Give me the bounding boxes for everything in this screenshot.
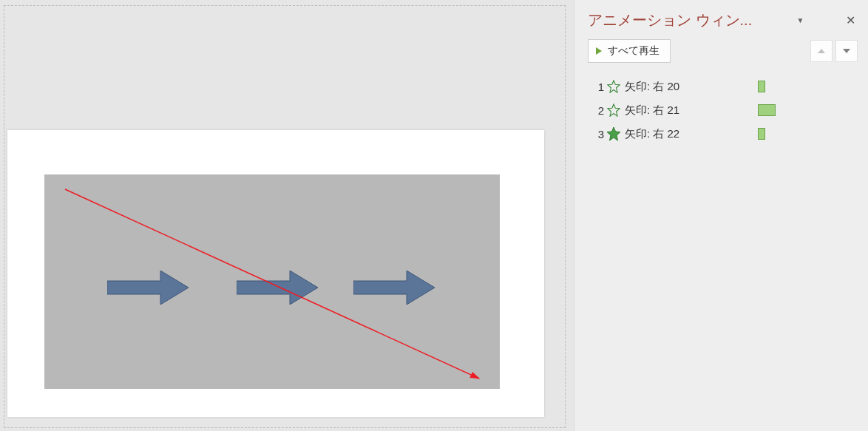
play-icon — [596, 47, 602, 55]
pane-header: アニメーション ウィン... ▼ ✕ — [588, 6, 858, 30]
timing-track — [728, 126, 858, 141]
animation-list: 1 矢印: 右 20 2 矢印: 右 21 — [588, 76, 858, 144]
svg-line-0 — [65, 189, 479, 379]
chevron-down-icon — [843, 49, 850, 53]
chevron-up-icon — [818, 49, 825, 53]
animation-label: 矢印: 右 20 — [625, 80, 728, 94]
animation-order: 3 — [592, 128, 604, 140]
animation-item[interactable]: 3 矢印: 右 22 — [588, 123, 858, 144]
timing-bar[interactable] — [758, 81, 765, 92]
slide-canvas-area — [0, 0, 574, 431]
timing-bar[interactable] — [758, 128, 765, 140]
play-all-label: すべて再生 — [608, 44, 660, 58]
timing-track — [728, 79, 858, 94]
pane-close-button[interactable]: ✕ — [843, 13, 858, 27]
motion-path-icon — [606, 102, 622, 118]
slide-paper[interactable] — [7, 130, 544, 417]
motion-path-icon — [606, 78, 622, 95]
play-all-button[interactable]: すべて再生 — [588, 39, 671, 63]
animation-order: 1 — [592, 81, 604, 93]
pane-toolbar: すべて再生 — [588, 39, 858, 63]
move-up-button[interactable] — [810, 40, 833, 62]
timing-track — [728, 103, 858, 118]
motion-path-line[interactable] — [44, 174, 500, 389]
pane-title: アニメーション ウィン... — [588, 10, 787, 30]
move-down-button[interactable] — [835, 40, 858, 62]
animation-item[interactable]: 1 矢印: 右 20 — [588, 76, 858, 97]
timing-bar[interactable] — [758, 104, 776, 116]
animation-order: 2 — [592, 104, 604, 117]
slide-content-placeholder[interactable] — [44, 174, 500, 389]
animation-pane: アニメーション ウィン... ▼ ✕ すべて再生 1 矢印: 右 20 — [574, 0, 868, 431]
animation-label: 矢印: 右 22 — [625, 127, 728, 141]
animation-item[interactable]: 2 矢印: 右 21 — [588, 100, 858, 121]
slide-selection-frame — [4, 6, 565, 427]
pane-menu-button[interactable]: ▼ — [796, 16, 806, 26]
reorder-buttons — [810, 40, 858, 62]
animation-label: 矢印: 右 21 — [625, 103, 728, 118]
motion-path-icon — [606, 126, 622, 142]
